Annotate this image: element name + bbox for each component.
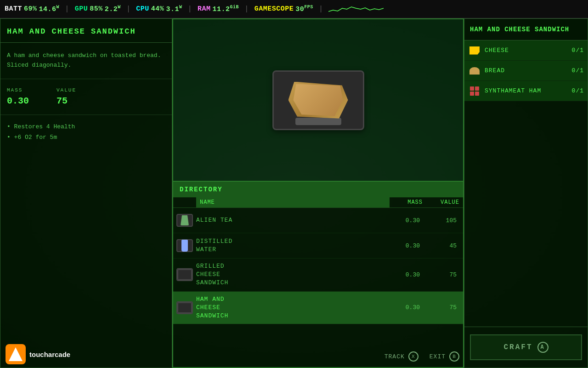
hud-gpu-pct: 85%	[90, 5, 103, 13]
grill-shape	[177, 269, 192, 280]
alien-tea-mass: 0.30	[390, 217, 426, 224]
bread-name: BREAD	[485, 67, 572, 74]
exit-key: B	[449, 351, 459, 362]
hud-gamescope: GAMESCOPE 30FPS	[254, 5, 313, 13]
exit-control: EXIT B	[430, 351, 459, 362]
hud-ram-val: 11.2GiB	[213, 5, 239, 13]
alien-tea-value: 105	[426, 217, 463, 224]
distilled-water-icon-shape	[176, 239, 193, 252]
hud-gpu-watt: 2.2W	[105, 5, 121, 13]
directory-row-alien-tea[interactable]: ALIEN TEA 0.30 105	[173, 208, 463, 233]
dir-col-value: VALUE	[426, 197, 463, 207]
directory-row-ham-cheese[interactable]: HAM ANDCHEESESANDWICH 0.30 75	[173, 292, 463, 325]
ham-cheese-icon-shape	[176, 301, 193, 314]
toucharcade-text: toucharcade	[29, 351, 70, 358]
bread-qty: 0/1	[572, 67, 584, 74]
craft-area: CRAFT A	[464, 327, 588, 368]
grilled-cheese-icon-shape	[176, 268, 193, 281]
item-description-text: A ham and cheese sandwich on toasted bre…	[7, 51, 165, 70]
grilled-cheese-value: 75	[426, 271, 463, 278]
directory-row-grilled-cheese[interactable]: GRILLEDCHEESESANDWICH 0.30 75	[173, 259, 463, 292]
hud-bar: BATT 69% 14.6W | GPU 85% 2.2W | CPU 44% …	[0, 0, 588, 18]
bottle-shape	[181, 240, 188, 252]
bottom-controls: TRACK X EXIT B	[384, 351, 459, 362]
mass-stat: MASS 0.30	[7, 87, 29, 106]
hud-gpu-label: GPU	[75, 5, 88, 13]
alien-tea-icon	[173, 208, 196, 233]
directory-header: DIRECTORY	[173, 182, 463, 197]
hud-sep-1: |	[65, 5, 69, 13]
ham-qty: 0/1	[572, 87, 584, 94]
sandwich-tray	[272, 70, 364, 130]
craft-button[interactable]: CRAFT A	[470, 334, 582, 360]
cup-shape	[180, 215, 189, 225]
ham-cheese-icon	[173, 295, 196, 320]
value-stat: VALUE 75	[57, 87, 76, 106]
directory-panel: DIRECTORY NAME MASS VALUE ALIEN TEA	[172, 182, 464, 368]
track-key: X	[408, 351, 418, 362]
hud-cpu: CPU 44% 3.1W	[136, 5, 182, 13]
ham-name: SYNTHAMEAT HAM	[485, 87, 572, 94]
item-title-text: HAM AND CHEESE SANDWICH	[7, 27, 136, 36]
hud-batt-pct: 69%	[24, 5, 37, 13]
dir-col-mass: MASS	[390, 197, 426, 207]
dir-col-name: NAME	[196, 197, 390, 207]
item-description-section: A ham and cheese sandwich on toasted bre…	[0, 43, 172, 79]
grilled-cheese-name: GRILLEDCHEESESANDWICH	[196, 259, 390, 291]
distilled-water-icon	[173, 233, 196, 258]
toucharcade-logo-shape	[9, 347, 23, 361]
hud-ram: RAM 11.2GiB	[198, 5, 239, 13]
recipe-title-section: HAM AND CHEESE SANDWICH	[464, 19, 588, 40]
hud-cpu-watt: 3.1W	[166, 5, 182, 13]
cheese-shape	[469, 46, 480, 55]
directory-column-headers: NAME MASS VALUE	[173, 197, 463, 208]
hud-gpu: GPU 85% 2.2W	[75, 5, 121, 13]
directory-title: DIRECTORY	[180, 186, 223, 193]
cheese-name: CHEESE	[485, 47, 572, 54]
main-content: HAM AND CHEESE SANDWICH A ham and cheese…	[0, 18, 588, 368]
distilled-water-mass: 0.30	[390, 242, 426, 249]
item-title-section: HAM AND CHEESE SANDWICH	[0, 19, 172, 43]
value-label: VALUE	[57, 87, 76, 93]
hud-fps: 30FPS	[295, 5, 313, 13]
cheese-qty: 0/1	[572, 47, 584, 54]
craft-label: CRAFT	[503, 343, 532, 351]
sandwich-bread	[288, 82, 348, 119]
bread-shape	[469, 67, 480, 75]
bread-icon	[468, 64, 481, 77]
hud-batt: BATT 69% 14.6W	[5, 5, 59, 13]
cheese-icon	[468, 44, 481, 57]
track-control: TRACK X	[384, 351, 418, 362]
exit-label: EXIT	[430, 353, 446, 360]
item-preview	[172, 18, 464, 182]
item-effects-section: Restores 4 Health +6 O2 for 5m	[0, 115, 172, 153]
ham-shape	[470, 86, 479, 96]
ham-icon	[468, 85, 481, 98]
hud-batt-watt: 14.6W	[39, 5, 60, 13]
hud-cpu-pct: 44%	[151, 5, 164, 13]
hud-cpu-label: CPU	[136, 5, 149, 13]
distilled-water-name: DISTILLEDWATER	[196, 234, 390, 258]
item-image	[268, 63, 369, 137]
ham-cheese-name: HAM ANDCHEESESANDWICH	[196, 292, 390, 324]
recipe-row-ham[interactable]: SYNTHAMEAT HAM 0/1	[464, 81, 588, 101]
recipe-row-bread[interactable]: BREAD 0/1	[464, 61, 588, 81]
hud-ram-label: RAM	[198, 5, 211, 13]
directory-row-distilled-water[interactable]: DISTILLEDWATER 0.30 45	[173, 233, 463, 259]
grilled-cheese-icon	[173, 262, 196, 287]
center-panel: DIRECTORY NAME MASS VALUE ALIEN TEA	[172, 18, 464, 368]
ham-cheese-mass: 0.30	[390, 304, 426, 311]
hud-graph	[328, 5, 583, 14]
hud-sep-2: |	[126, 5, 131, 13]
hud-gamescope-label: GAMESCOPE	[254, 5, 294, 13]
hud-batt-label: BATT	[5, 5, 22, 13]
recipe-row-cheese[interactable]: CHEESE 0/1	[464, 40, 588, 61]
hud-sep-3: |	[187, 5, 192, 13]
recipe-title-text: HAM AND CHEESE SANDWICH	[470, 26, 569, 33]
left-panel: HAM AND CHEESE SANDWICH A ham and cheese…	[0, 18, 172, 368]
value-value: 75	[57, 96, 76, 106]
directory-rows: ALIEN TEA 0.30 105 DISTILLEDWATER 0	[173, 208, 463, 324]
alien-tea-icon-shape	[176, 214, 193, 227]
hud-sep-5: |	[319, 5, 323, 13]
effect-2: +6 O2 for 5m	[7, 134, 165, 141]
